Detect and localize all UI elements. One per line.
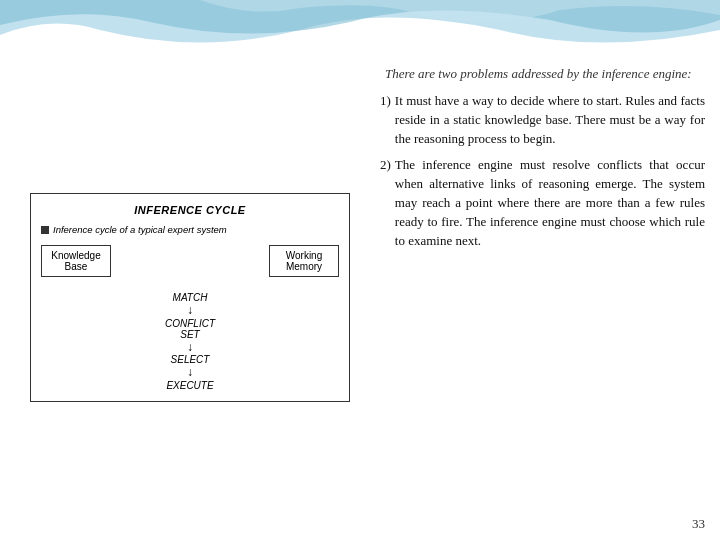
item-1-number: 1) [380,92,391,149]
flow-execute: EXECUTE [166,380,213,391]
item-2-text: The inference engine must resolve confli… [395,156,705,250]
intro-text: There are two problems addressed by the … [380,65,705,84]
caption-square-icon [41,226,49,234]
wm-line2: Memory [278,261,330,272]
item-1-text: It must have a way to decide where to st… [395,92,705,149]
diagram-panel: INFERENCE CYCLE Inference cycle of a typ… [10,65,370,530]
flow-section: MATCH ↓ CONFLICT SET ↓ SELECT ↓ EXECUTE [41,292,339,390]
flow-set: SET [180,329,199,340]
text-panel: There are two problems addressed by the … [380,65,705,530]
item-2: 2) The inference engine must resolve con… [380,156,705,250]
kb-line1: Knowledge [50,250,102,261]
diagram-main: Knowledge Base Working Memory MATCH ↓ CO… [41,245,339,390]
diagram-title: INFERENCE CYCLE [41,204,339,216]
working-memory-box: Working Memory [269,245,339,277]
flow-arrow2: ↓ [187,340,193,354]
diagram-caption: Inference cycle of a typical expert syst… [41,224,339,235]
caption-text: Inference cycle of a typical expert syst… [53,224,227,235]
flow-conflict: CONFLICT [165,318,215,329]
slide-number: 33 [692,516,705,532]
flow-arrow1: ↓ [187,303,193,317]
content-area: INFERENCE CYCLE Inference cycle of a typ… [0,55,720,540]
flow-match: MATCH [173,292,208,303]
item-1: 1) It must have a way to decide where to… [380,92,705,149]
inference-cycle-diagram: INFERENCE CYCLE Inference cycle of a typ… [30,193,350,401]
top-wave-decoration [0,0,720,60]
flow-select: SELECT [171,354,210,365]
knowledge-base-box: Knowledge Base [41,245,111,277]
wm-line1: Working [278,250,330,261]
kb-line2: Base [50,261,102,272]
memory-boxes-row: Knowledge Base Working Memory [41,245,339,277]
item-2-number: 2) [380,156,391,250]
flow-arrow3: ↓ [187,365,193,379]
